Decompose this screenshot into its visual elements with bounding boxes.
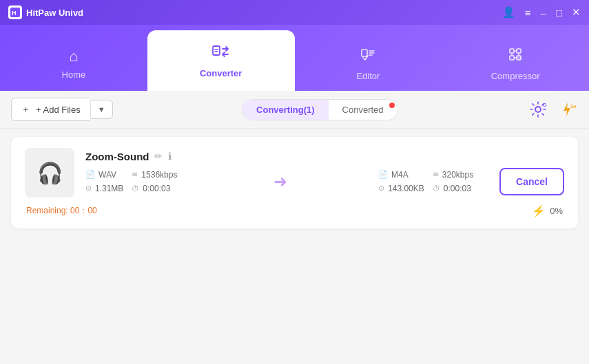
source-meta-block: 📄 WAV ⊙ 1.31MB ≋: [85, 170, 182, 193]
app-logo: H: [8, 6, 22, 19]
src-size-val: 1.31MB: [95, 184, 123, 193]
src-bitrate: ≋ 1536kbps: [132, 170, 177, 180]
bitrate-icon-2: ≋: [433, 170, 439, 179]
clock-icon-2: ⏱: [433, 184, 440, 193]
tgt-dur: ⏱ 0:00:03: [433, 184, 473, 193]
toolbar-right: ON 1on: [527, 98, 578, 120]
file-name-row: Zoom-Sound ✏ ℹ: [85, 151, 564, 162]
file-card-top: 🎧 Zoom-Sound ✏ ℹ 📄 WAV: [25, 148, 564, 197]
nav-item-compressor[interactable]: Compressor: [442, 36, 589, 91]
svg-text:1on: 1on: [570, 104, 576, 109]
home-icon: ⌂: [69, 47, 78, 65]
add-files-label: + Add Files: [36, 105, 81, 115]
file-icon-1: 📄: [85, 170, 95, 179]
tgt-size: ⊙ 143.00KB: [378, 184, 424, 193]
arrow-icon: ➜: [273, 172, 287, 191]
progress-percent: 0%: [550, 206, 563, 216]
add-files-dropdown-button[interactable]: ▼: [90, 100, 113, 119]
minimize-button[interactable]: –: [541, 7, 546, 19]
menu-icon[interactable]: ≡: [525, 7, 531, 19]
src-br-val: 1536kbps: [141, 170, 177, 180]
close-button[interactable]: ✕: [572, 6, 581, 19]
bitrate-icon-1: ≋: [132, 170, 138, 179]
converted-dot: [389, 103, 395, 108]
src-dur-val: 0:00:03: [143, 184, 170, 193]
svg-rect-10: [517, 49, 521, 53]
tgt-fmt-val: M4A: [391, 170, 409, 180]
audio-icon: 🎧: [37, 161, 63, 185]
src-dur: ⏱ 0:00:03: [132, 184, 177, 193]
src-fmt-val: WAV: [99, 170, 116, 180]
clock-icon-1: ⏱: [132, 184, 139, 193]
svg-rect-5: [362, 50, 367, 56]
tgt-size-val: 143.00KB: [388, 184, 424, 193]
toolbar: ＋ + Add Files ▼ Converting(1) Converted …: [0, 91, 589, 129]
nav-item-editor[interactable]: Editor: [295, 36, 442, 91]
size-icon-1: ⊙: [85, 184, 92, 193]
svg-text:ON: ON: [543, 103, 547, 107]
editor-icon: [360, 46, 376, 67]
navbar: ⌂ Home Converter Editor: [0, 25, 589, 91]
nav-label-converter: Converter: [200, 68, 242, 78]
cancel-file-button[interactable]: Cancel: [499, 168, 564, 195]
nav-label-home: Home: [62, 69, 86, 80]
compressor-icon: [507, 46, 524, 67]
titlebar-left: H HitPaw Univd: [8, 6, 83, 19]
nav-item-home[interactable]: ⌂ Home: [0, 36, 147, 91]
toolbar-left: ＋ + Add Files ▼: [11, 98, 113, 121]
nav-label-editor: Editor: [356, 71, 380, 81]
svg-rect-11: [510, 56, 514, 60]
flash-button[interactable]: 1on: [556, 98, 578, 120]
file-thumbnail: 🎧: [25, 148, 74, 197]
info-icon[interactable]: ℹ: [168, 151, 172, 162]
nav-item-converter[interactable]: Converter: [147, 30, 295, 91]
file-icon-2: 📄: [378, 170, 388, 179]
settings-button[interactable]: ON: [527, 98, 549, 120]
src-format: 📄 WAV: [85, 170, 123, 180]
file-progress-row: Remaining: 00：00 ⚡ 0%: [25, 204, 564, 217]
app-title: HitPaw Univd: [26, 8, 83, 18]
converter-icon: [211, 43, 231, 64]
tgt-dur-val: 0:00:03: [444, 184, 471, 193]
maximize-button[interactable]: □: [556, 7, 562, 19]
lightning-icon: ⚡: [532, 204, 546, 217]
file-name: Zoom-Sound: [85, 151, 149, 162]
progress-right: ⚡ 0%: [532, 204, 563, 217]
main-content: 🎧 Zoom-Sound ✏ ℹ 📄 WAV: [0, 129, 589, 364]
src-size: ⊙ 1.31MB: [85, 184, 123, 193]
converted-tab-label: Converted: [342, 105, 384, 115]
conversion-tabs: Converting(1) Converted: [242, 99, 397, 120]
svg-rect-12: [517, 56, 521, 60]
svg-rect-2: [213, 46, 220, 55]
nav-label-compressor: Compressor: [491, 71, 540, 81]
user-icon[interactable]: 👤: [502, 6, 515, 19]
tab-converted[interactable]: Converted: [329, 100, 397, 120]
converting-tab-label: Converting(1): [256, 105, 315, 115]
arrow-area: ➜: [193, 172, 367, 191]
tgt-br-val: 320kbps: [442, 170, 473, 180]
svg-rect-9: [510, 49, 514, 53]
svg-text:H: H: [12, 10, 17, 17]
file-card: 🎧 Zoom-Sound ✏ ℹ 📄 WAV: [11, 137, 578, 228]
tgt-format: 📄 M4A: [378, 170, 424, 180]
window-controls: 👤 ≡ – □ ✕: [502, 6, 581, 19]
file-meta-row: 📄 WAV ⇄ 1536kbps ◷ 1.31MB ⏱: [85, 168, 564, 195]
add-files-button[interactable]: ＋ + Add Files: [11, 98, 90, 121]
svg-point-13: [535, 107, 541, 112]
tgt-bitrate: ≋ 320kbps: [433, 170, 473, 180]
remaining-text: Remaining: 00：00: [26, 205, 97, 217]
size-icon-2: ⊙: [378, 184, 384, 193]
edit-icon[interactable]: ✏: [154, 151, 163, 162]
tab-converting[interactable]: Converting(1): [242, 100, 329, 120]
file-info: Zoom-Sound ✏ ℹ 📄 WAV ⇄ 1536kbps: [85, 151, 564, 195]
titlebar: H HitPaw Univd 👤 ≡ – □ ✕: [0, 0, 589, 25]
target-meta-block: 📄 M4A ⊙ 143.00KB ≋: [378, 170, 488, 193]
add-icon: ＋: [21, 103, 30, 116]
